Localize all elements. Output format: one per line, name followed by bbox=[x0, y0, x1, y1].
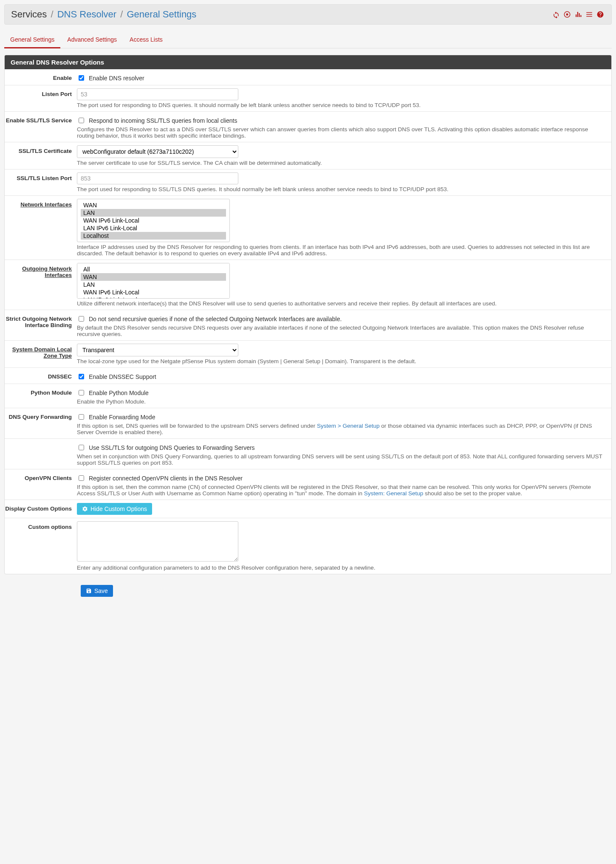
python-checkbox-text: Enable Python Module bbox=[89, 390, 149, 396]
sslcert-select[interactable]: webConfigurator default (6273a7110c202) bbox=[77, 145, 238, 158]
save-icon bbox=[86, 588, 92, 594]
ovpn-label: OpenVPN Clients bbox=[5, 472, 77, 481]
breadcrumb-current[interactable]: General Settings bbox=[127, 9, 196, 20]
sslcert-label: SSL/TLS Certificate bbox=[5, 145, 77, 154]
sslservice-label: Enable SSL/TLS Service bbox=[5, 115, 77, 124]
python-checkbox[interactable] bbox=[79, 390, 84, 395]
strict-help: By default the DNS Resolver sends recurs… bbox=[77, 325, 606, 337]
panel-title: General DNS Resolver Options bbox=[5, 55, 611, 69]
strict-label: Strict Outgoing Network Interface Bindin… bbox=[5, 313, 77, 328]
related-settings-icon[interactable] bbox=[585, 11, 594, 18]
stop-service-icon[interactable] bbox=[563, 11, 572, 18]
out-if-label: Outgoing Network Interfaces bbox=[5, 263, 77, 278]
forwarding-checkbox[interactable] bbox=[79, 414, 84, 420]
forwarding-ssl-checkbox[interactable] bbox=[79, 445, 84, 450]
sslport-label: SSL/TLS Listen Port bbox=[5, 172, 77, 181]
forwarding-ssl-checkbox-text: Use SSL/TLS for outgoing DNS Queries to … bbox=[89, 444, 255, 451]
sslport-help: The port used for responding to SSL/TLS … bbox=[77, 186, 606, 192]
custom-options-help: Enter any additional configuration param… bbox=[77, 565, 606, 571]
listen-port-input[interactable] bbox=[77, 88, 238, 100]
dnssec-checkbox-text: Enable DNSSEC Support bbox=[89, 373, 156, 380]
enable-checkbox[interactable] bbox=[79, 75, 84, 81]
localzone-label: System Domain Local Zone Type bbox=[5, 344, 77, 359]
enable-label: Enable bbox=[5, 72, 77, 81]
sslservice-checkbox[interactable] bbox=[79, 118, 84, 123]
breadcrumb-root: Services bbox=[11, 9, 47, 20]
page-header: Services / DNS Resolver / General Settin… bbox=[4, 4, 612, 25]
forwarding-ssl-help: When set in conjunction with DNS Query F… bbox=[77, 453, 606, 466]
net-if-label: Network Interfaces bbox=[5, 199, 77, 208]
gear-icon bbox=[82, 506, 88, 512]
localzone-select[interactable]: Transparent bbox=[77, 344, 238, 356]
ovpn-checkbox-text: Register connected OpenVPN clients in th… bbox=[89, 475, 243, 482]
ovpn-help: If this option is set, then the common n… bbox=[77, 484, 606, 497]
display-custom-label: Display Custom Options bbox=[5, 503, 77, 512]
python-label: Python Module bbox=[5, 387, 77, 396]
listen-port-help: The port used for responding to DNS quer… bbox=[77, 102, 606, 108]
strict-checkbox[interactable] bbox=[79, 316, 84, 322]
save-button[interactable]: Save bbox=[81, 585, 113, 597]
help-icon[interactable] bbox=[596, 11, 605, 18]
ovpn-checkbox[interactable] bbox=[79, 475, 84, 481]
breadcrumb: Services / DNS Resolver / General Settin… bbox=[11, 9, 196, 20]
general-options-panel: General DNS Resolver Options Enable Enab… bbox=[4, 55, 612, 574]
forwarding-label: DNS Query Forwarding bbox=[5, 411, 77, 420]
ovpn-help-link[interactable]: System: General Setup bbox=[364, 490, 424, 497]
tab-general-settings[interactable]: General Settings bbox=[10, 31, 54, 48]
header-actions bbox=[552, 11, 605, 18]
enable-checkbox-text: Enable DNS resolver bbox=[89, 75, 144, 82]
dnssec-checkbox[interactable] bbox=[79, 374, 84, 379]
python-help: Enable the Python Module. bbox=[77, 398, 606, 405]
strict-checkbox-text: Do not send recursive queries if none of… bbox=[89, 316, 342, 322]
forwarding-help: If this option is set, DNS queries will … bbox=[77, 423, 606, 435]
custom-options-textarea[interactable] bbox=[77, 521, 238, 562]
listen-port-label: Listen Port bbox=[5, 88, 77, 97]
out-if-help: Utilize different network interface(s) t… bbox=[77, 300, 606, 307]
net-if-help: Interface IP addresses used by the DNS R… bbox=[77, 244, 606, 257]
sslservice-help: Configures the DNS Resolver to act as a … bbox=[77, 126, 606, 139]
forwarding-checkbox-text: Enable Forwarding Mode bbox=[89, 414, 155, 421]
footer: Save bbox=[4, 581, 612, 597]
tab-access-lists[interactable]: Access Lists bbox=[130, 31, 163, 48]
sslservice-checkbox-text: Respond to incoming SSL/TLS queries from… bbox=[89, 117, 237, 124]
tabs: General Settings Advanced Settings Acces… bbox=[4, 31, 612, 48]
net-if-select[interactable]: WANLANWAN IPv6 Link-LocalLAN IPv6 Link-L… bbox=[77, 199, 230, 242]
dnssec-label: DNSSEC bbox=[5, 371, 77, 380]
tab-advanced-settings[interactable]: Advanced Settings bbox=[67, 31, 117, 48]
forwarding-help-link[interactable]: System > General Setup bbox=[317, 423, 379, 429]
restart-service-icon[interactable] bbox=[552, 11, 561, 18]
sslport-input[interactable] bbox=[77, 172, 238, 184]
status-log-icon[interactable] bbox=[574, 11, 583, 18]
localzone-help: The local-zone type used for the Netgate… bbox=[77, 358, 606, 364]
out-if-select[interactable]: AllWANLANWAN IPv6 Link-LocalLAN IPv6 Lin… bbox=[77, 263, 230, 299]
custom-options-label: Custom options bbox=[5, 521, 77, 530]
hide-custom-options-button[interactable]: Hide Custom Options bbox=[77, 503, 152, 515]
sslcert-help: The server certificate to use for SSL/TL… bbox=[77, 160, 606, 166]
breadcrumb-section[interactable]: DNS Resolver bbox=[57, 9, 116, 20]
